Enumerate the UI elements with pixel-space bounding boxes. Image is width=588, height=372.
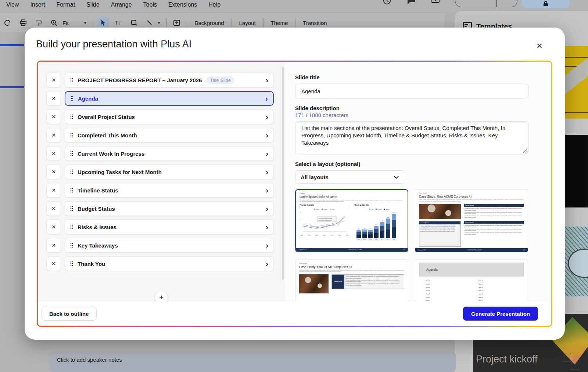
drag-handle-icon[interactable] bbox=[70, 261, 73, 266]
insert-image-icon[interactable] bbox=[171, 17, 182, 28]
remove-slide-button[interactable]: × bbox=[46, 73, 61, 87]
line-tool-icon[interactable] bbox=[144, 17, 155, 28]
filmstrip-slide-edge bbox=[0, 86, 24, 88]
add-slide-button[interactable]: + bbox=[155, 291, 168, 301]
select-tool-icon[interactable] bbox=[98, 17, 109, 28]
layout-thumbnails: Chapter Lorem ipsum dolor sit amet Lorem… bbox=[295, 189, 528, 301]
outline-scrollbar[interactable] bbox=[282, 67, 284, 280]
drag-handle-icon[interactable] bbox=[70, 169, 73, 174]
remove-slide-button[interactable]: × bbox=[46, 165, 61, 179]
toolbar-theme-button[interactable]: Theme bbox=[266, 20, 293, 26]
generate-presentation-button[interactable]: Generate Presentation bbox=[463, 307, 538, 321]
redo-icon[interactable] bbox=[2, 17, 13, 28]
paint-format-icon[interactable] bbox=[33, 17, 44, 28]
outline-row: × Risks & Issues › bbox=[46, 220, 274, 234]
layout-thumb-case-study-alt[interactable]: Case Study Case Study: How ACME Corp use… bbox=[295, 260, 408, 301]
outline-slide-item[interactable]: Thank You › bbox=[65, 256, 274, 271]
drag-handle-icon[interactable] bbox=[70, 133, 73, 138]
layout-thumb-chart-slide[interactable]: Chapter Lorem ipsum dolor sit amet Lorem… bbox=[295, 189, 408, 252]
outline-slide-item[interactable]: Risks & Issues › bbox=[65, 220, 274, 234]
textbox-tool-icon[interactable]: TT bbox=[113, 17, 124, 28]
toolbar-layout-button[interactable]: Layout bbox=[234, 20, 261, 26]
toolbar-separator bbox=[166, 18, 167, 28]
chevron-right-icon: › bbox=[266, 150, 268, 157]
remove-slide-button[interactable]: × bbox=[46, 183, 61, 198]
present-icon[interactable] bbox=[431, 0, 440, 6]
outline-slide-item[interactable]: PROJECT PROGRESS REPORT – January 2026 T… bbox=[65, 73, 274, 87]
zoom-level[interactable]: Fit bbox=[62, 20, 69, 26]
slide-item-title: Upcoming Tasks for Next Month bbox=[78, 169, 162, 175]
menu-slide[interactable]: Slide bbox=[86, 1, 100, 9]
drag-handle-icon[interactable] bbox=[70, 243, 73, 248]
kickoff-template-title: Project kickoff bbox=[476, 354, 538, 365]
template-thumbnail-yellow[interactable] bbox=[565, 46, 588, 119]
slide-title-input[interactable] bbox=[295, 84, 528, 98]
menu-insert[interactable]: Insert bbox=[29, 1, 46, 9]
layout-thumb-case-study[interactable]: Case Study Case Study: How ACME Corp use… bbox=[415, 189, 528, 252]
remove-slide-button[interactable]: × bbox=[46, 201, 61, 216]
speaker-notes[interactable]: Click to add speaker notes bbox=[49, 352, 456, 372]
layout-select-label: Select a layout (optional) bbox=[295, 161, 528, 167]
outline-slide-item[interactable]: Agenda › bbox=[65, 91, 274, 106]
speaker-notes-placeholder: Click to add speaker notes bbox=[57, 357, 122, 363]
outline-slide-item[interactable]: Key Takeaways › bbox=[65, 238, 274, 253]
chart-title: This is a chart title bbox=[300, 204, 349, 207]
remove-slide-button[interactable]: × bbox=[46, 238, 61, 253]
outline-slide-item[interactable]: Completed This Month › bbox=[65, 128, 274, 142]
menu-extensions[interactable]: Extensions bbox=[168, 1, 198, 9]
comment-icon[interactable] bbox=[406, 0, 416, 6]
zoom-caret-icon[interactable]: ▼ bbox=[83, 21, 87, 25]
menu-arrange[interactable]: Arrange bbox=[110, 1, 133, 9]
remove-slide-button[interactable]: × bbox=[46, 256, 61, 271]
menu-view[interactable]: View bbox=[6, 1, 19, 9]
thumb-eyebrow: Case Study bbox=[419, 192, 524, 194]
toolbar-background-button[interactable]: Background bbox=[189, 20, 229, 26]
drag-handle-icon[interactable] bbox=[70, 77, 73, 83]
drag-handle-icon[interactable] bbox=[70, 114, 73, 119]
outline-slide-item[interactable]: Current Work In Progress › bbox=[65, 146, 274, 161]
resize-grip-icon[interactable] bbox=[523, 149, 527, 154]
outline-slide-item[interactable]: Overall Project Status › bbox=[65, 109, 274, 124]
outline-slide-item[interactable]: Budget Status › bbox=[65, 201, 274, 216]
history-icon[interactable] bbox=[382, 0, 392, 6]
remove-slide-button[interactable]: × bbox=[46, 128, 61, 142]
slide-item-title: PROJECT PROGRESS REPORT – January 2026 bbox=[78, 77, 202, 83]
thumb-footer: Copyright 2025 CONFIDENTIAL | DRAFT 100 bbox=[296, 248, 408, 252]
outline-slide-item[interactable]: Timeline Status › bbox=[65, 183, 274, 198]
chevron-down-icon bbox=[394, 174, 399, 180]
drag-handle-icon[interactable] bbox=[71, 96, 74, 101]
layout-select[interactable]: All layouts bbox=[295, 170, 404, 184]
chevron-right-icon: › bbox=[265, 95, 268, 102]
menu-help[interactable]: Help bbox=[208, 1, 221, 9]
thumb-body: Lorem ipsum dolor sit amet, consectetuer… bbox=[419, 199, 524, 202]
slideshow-button[interactable] bbox=[455, 0, 517, 7]
outline-slide-item[interactable]: Upcoming Tasks for Next Month › bbox=[65, 165, 274, 179]
share-button[interactable] bbox=[522, 0, 570, 8]
modal-title: Build your presentation with Plus AI bbox=[36, 39, 191, 50]
menu-format[interactable]: Format bbox=[55, 1, 76, 9]
template-thumbnail-architecture[interactable] bbox=[565, 227, 588, 296]
drag-handle-icon[interactable] bbox=[70, 206, 73, 211]
layout-thumb-agenda[interactable]: Agenda • Item 1• Item 2• Item 3• Item 4•… bbox=[415, 260, 528, 301]
slide-description-input[interactable]: List the main sections of the presentati… bbox=[295, 121, 528, 154]
remove-slide-button[interactable]: × bbox=[46, 146, 61, 161]
drag-handle-icon[interactable] bbox=[70, 224, 73, 230]
close-icon[interactable]: × bbox=[533, 40, 546, 52]
remove-slide-button[interactable]: × bbox=[46, 91, 61, 106]
screen: ViewInsertFormatSlideArrangeToolsExtensi… bbox=[0, 0, 588, 372]
svg-text:consectetuer adipiscing elit: consectetuer adipiscing elit bbox=[319, 220, 332, 221]
back-to-outline-button[interactable]: Back to outline bbox=[42, 307, 97, 321]
chevron-right-icon: › bbox=[266, 260, 268, 267]
zoom-icon[interactable] bbox=[49, 17, 60, 28]
remove-slide-button[interactable]: × bbox=[46, 109, 61, 124]
drag-handle-icon[interactable] bbox=[70, 151, 73, 156]
remove-slide-button[interactable]: × bbox=[46, 220, 61, 234]
line-caret-icon[interactable]: ▼ bbox=[157, 21, 161, 25]
drag-handle-icon[interactable] bbox=[70, 188, 73, 193]
print-icon[interactable] bbox=[18, 17, 29, 28]
menu-tools[interactable]: Tools bbox=[143, 1, 158, 9]
shape-tool-icon[interactable] bbox=[129, 17, 140, 28]
toolbar-separator bbox=[93, 18, 93, 28]
template-thumbnail-dark[interactable] bbox=[565, 135, 588, 207]
toolbar-transition-button[interactable]: Transition bbox=[298, 20, 332, 26]
